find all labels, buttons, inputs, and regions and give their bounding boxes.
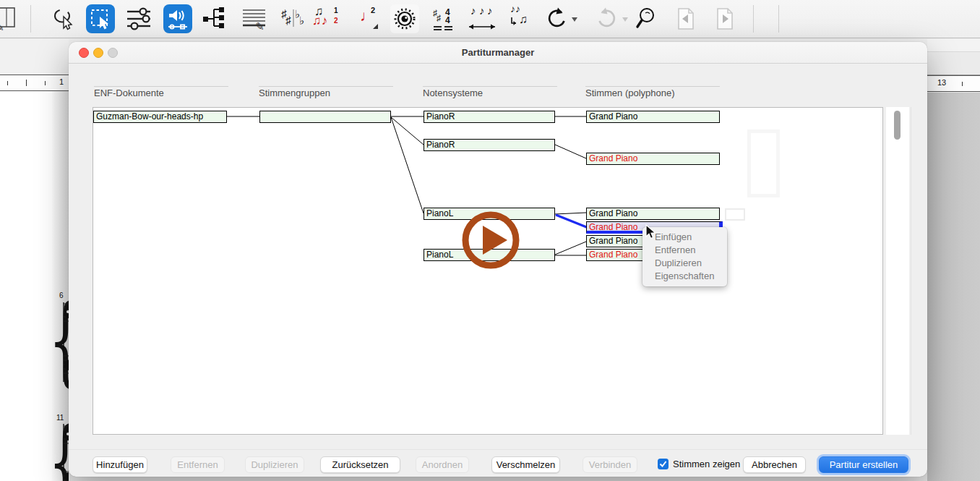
partiturmanager-dialog: Partiturmanager ENF-Dokumente Stimmengru…	[69, 42, 927, 477]
page-band	[927, 39, 980, 52]
column-rule	[94, 86, 228, 87]
voice-node[interactable]: Grand Piano	[586, 153, 720, 165]
voice2-note-icon[interactable]: ♩ 2	[354, 4, 383, 33]
column-rule	[423, 86, 557, 87]
menu-item-properties[interactable]: Eigenschaften	[642, 270, 727, 283]
staff-node[interactable]: PianoR	[424, 139, 555, 151]
page-next-icon[interactable]	[711, 4, 740, 33]
column-header-staves: Notensysteme	[423, 88, 483, 98]
note-spacing-icon[interactable]: ♪ ♪ ♪	[468, 4, 497, 33]
svg-text:♭: ♭	[299, 14, 304, 27]
add-button[interactable]: Hinzufügen	[93, 456, 147, 473]
toolbar-separator	[753, 5, 754, 33]
score-structure-panel: Guzman-Bow-our-heads-hp PianoR Grand Pia…	[93, 107, 883, 435]
horizontal-ruler-left: 1	[0, 75, 69, 91]
merge-button[interactable]: Verschmelzen	[491, 456, 560, 473]
score-page-right-fragment: 13	[927, 39, 980, 481]
voice-notes-icon[interactable]: ♫ 1 ♫♪ 2	[312, 4, 345, 33]
dialog-titlebar[interactable]: Partiturmanager	[69, 42, 927, 64]
undo-icon[interactable]	[542, 4, 571, 33]
toolbar-separator	[30, 5, 31, 33]
corner-triangle	[373, 24, 378, 29]
column-rule	[585, 86, 720, 87]
show-voices-checkbox[interactable]	[658, 459, 669, 469]
play-button[interactable]	[458, 208, 523, 273]
reset-button[interactable]: Zurücksetzen	[320, 456, 400, 473]
beam-notes-icon[interactable]: ♪♪ ♫	[506, 4, 535, 33]
horizontal-ruler-right: 13	[927, 75, 980, 92]
ruler-number: 13	[937, 78, 946, 87]
voice-node[interactable]: Grand Piano	[586, 111, 720, 123]
document-node[interactable]: Guzman-Bow-our-heads-hp	[93, 111, 227, 123]
connect-button: Verbinden	[583, 456, 637, 473]
scrollbar-thumb[interactable]	[894, 111, 901, 140]
voice-2-number: 2	[334, 17, 338, 25]
voice-number: 2	[371, 6, 375, 14]
mouse-cursor	[645, 224, 657, 243]
lasso-select-icon[interactable]	[49, 4, 78, 33]
column-rule	[259, 86, 393, 87]
close-button[interactable]	[79, 48, 89, 58]
menu-item-duplicate[interactable]: Duplizieren	[642, 257, 727, 270]
eye-icon[interactable]	[390, 4, 419, 33]
panel-scrollbar[interactable]	[886, 107, 909, 435]
arrange-button: Anordnen	[416, 456, 469, 473]
play-triangle-icon	[483, 226, 507, 255]
voice-node[interactable]: Grand Piano	[586, 208, 720, 220]
svg-text:♯: ♯	[285, 14, 291, 26]
column-header-voices: Stimmen (polyphone)	[585, 88, 675, 98]
desk-background	[927, 93, 980, 481]
key-time-signature-icon[interactable]: ♯♯44	[431, 4, 460, 33]
accidentals-icon[interactable]: ♯♯♭♭	[279, 4, 308, 33]
svg-text:♯: ♯	[437, 13, 441, 23]
screen: 1 6 { 11 {	[0, 0, 980, 481]
score-page-left-fragment: 1 6 { 11 {	[0, 39, 69, 481]
svg-text:4: 4	[445, 15, 450, 25]
page-band	[927, 53, 980, 75]
voicegroup-node[interactable]	[259, 111, 391, 123]
lyrics-edit-icon[interactable]: ✎	[240, 4, 269, 33]
svg-text:{: {	[48, 407, 69, 481]
column-header-documents: ENF-Dokumente	[94, 88, 164, 98]
mixer-icon[interactable]	[124, 4, 153, 33]
gutter-line	[911, 107, 911, 435]
selection-connector	[556, 215, 588, 228]
zoom-icon[interactable]	[633, 4, 662, 33]
staff-node[interactable]: PianoR	[424, 111, 555, 123]
hierarchy-icon[interactable]	[201, 4, 230, 33]
edit-tool-icon[interactable]: ✎	[0, 4, 20, 33]
redo-icon[interactable]	[593, 4, 622, 33]
show-voices-label[interactable]: Stimmen zeigen	[673, 459, 740, 469]
redo-dropdown-icon[interactable]	[620, 4, 630, 33]
duplicate-button: Duplizieren	[245, 456, 304, 473]
main-toolbar: ✎ ✎ ♯♯♭♭ ♫ 1 ♫♪ 2 ♩	[0, 0, 980, 38]
toolbar-separator	[778, 5, 779, 33]
playback-nodes-icon[interactable]	[163, 4, 192, 33]
staff-system-fragment-2: 11 {	[40, 366, 69, 481]
dialog-title: Partiturmanager	[462, 47, 534, 58]
page-margin	[0, 39, 69, 75]
ruler-number: 1	[59, 77, 64, 86]
svg-text:✎: ✎	[0, 22, 4, 32]
minimize-button[interactable]	[93, 48, 103, 58]
page-previous-icon[interactable]	[672, 4, 701, 33]
undo-dropdown-icon[interactable]	[569, 4, 580, 33]
svg-text:✎: ✎	[255, 20, 265, 32]
create-score-button[interactable]: Partitur erstellen	[819, 456, 908, 473]
marquee-select-icon[interactable]	[86, 4, 115, 33]
voice-1-number: 1	[334, 7, 338, 14]
remove-button: Entfernen	[171, 456, 225, 473]
zoom-window-button	[108, 48, 118, 58]
menu-item-remove[interactable]: Entfernen	[642, 244, 727, 257]
footer-divider	[69, 449, 927, 450]
column-header-voicegroups: Stimmengruppen	[259, 88, 330, 98]
cancel-button[interactable]: Abbrechen	[743, 456, 806, 473]
